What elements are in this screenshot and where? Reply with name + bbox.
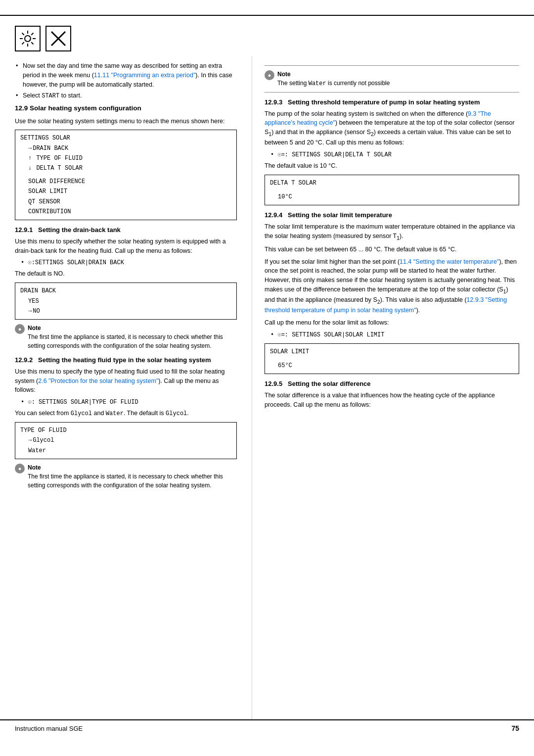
cross-symbol-icon xyxy=(49,30,67,47)
drain-back-menu-path: ☉:SETTINGS SOLAR|DRAIN BACK xyxy=(21,258,237,267)
page-number: 75 xyxy=(511,724,519,732)
note-box-1: ● Note The first time the appliance is s… xyxy=(15,324,237,350)
section-12-9-4-body1: The solar limit temperature is the maxim… xyxy=(265,222,519,242)
link-11-11[interactable]: 11.11 "Programming an extra period" xyxy=(94,72,196,79)
top-separator xyxy=(265,65,519,66)
section-12-9-5-title: 12.9.5 Setting the solar difference xyxy=(265,379,519,389)
section-12-9-1: 12.9.1 Setting the drain-back tank Use t… xyxy=(15,225,237,279)
note-content-1: Note The first time the appliance is sta… xyxy=(28,324,237,350)
solar-icon-box: ↕ ↕ xyxy=(15,26,41,51)
delta-t-default: The default value is 10 °C. xyxy=(265,161,519,171)
link-12-9-3[interactable]: 12.9.3 "Setting threshold temperature of… xyxy=(265,296,507,314)
section-12-9-4-body4: Call up the menu for the solar limit as … xyxy=(265,318,519,328)
menu-line-4: DELTA T SOLAR xyxy=(20,163,231,173)
section-12-9-2-body1: Use this menu to specify the type of hea… xyxy=(15,367,237,395)
solar-limit-menu-path: ☉=: SETTINGS SOLAR|SOLAR LIMIT xyxy=(270,331,519,339)
note-label-1: Note xyxy=(28,325,41,331)
section-12-9-body: Use the solar heating system settings me… xyxy=(15,117,237,126)
solar-limit-line-1: SOLAR LIMIT xyxy=(270,347,514,357)
note-content-2: Note The first time the appliance is sta… xyxy=(28,463,237,490)
link-9-3[interactable]: 9.3 "The appliance's heating cycle" xyxy=(265,110,491,127)
menu-line-3: TYPE OF FLUID xyxy=(20,153,231,163)
header-icons: ↕ ↕ xyxy=(0,21,534,56)
menu-line-7: QT SENSOR xyxy=(20,197,231,207)
section-12-9-5: 12.9.5 Setting the solar difference The … xyxy=(265,379,519,409)
fluid-line-3: Water xyxy=(20,446,231,456)
menu-line-6: SOLAR LIMIT xyxy=(20,187,231,196)
solar-symbol-icon: ↕ ↕ xyxy=(19,30,37,47)
drain-back-default: The default is NO. xyxy=(15,269,237,279)
intro-bullet-list: Now set the day and time the same way as… xyxy=(15,61,237,100)
section-12-9-3-title: 12.9.3 Setting threshold temperature of … xyxy=(265,97,519,107)
note-content-water: Note The setting Water is currently not … xyxy=(277,70,390,88)
section-12-9: 12.9 Solar heating system configuration … xyxy=(15,103,237,126)
note-icon-water: ● xyxy=(265,70,274,80)
section-12-9-4: 12.9.4 Setting the solar limit temperatu… xyxy=(265,210,519,339)
note-text-water: The setting Water is currently not possi… xyxy=(277,80,390,87)
delta-t-line-2: 10°C xyxy=(270,192,514,202)
note-icon-1: ● xyxy=(15,324,25,334)
svg-text:↕: ↕ xyxy=(29,38,31,41)
section-12-9-3-body1: The pump of the solar heating system is … xyxy=(265,109,519,147)
top-border xyxy=(0,15,534,16)
section-12-9-title: 12.9 Solar heating system configuration xyxy=(15,103,237,113)
section-12-9-1-body: Use this menu to specify whether the sol… xyxy=(15,237,237,256)
section-12-9-2-title: 12.9.2 Setting the heating fluid type in… xyxy=(15,355,237,365)
delta-t-menu-path: ☉=: SETTINGS SOLAR|DELTA T SOLAR xyxy=(270,150,519,159)
intro-bullet-1: Now set the day and time the same way as… xyxy=(15,61,237,89)
note-icon-2: ● xyxy=(15,464,25,473)
mid-separator-1 xyxy=(265,92,519,93)
solar-limit-menu-box: SOLAR LIMIT 65°C xyxy=(265,343,519,375)
page: ↕ ↕ Now set the day and time the same wa… xyxy=(0,0,534,756)
bottom-bar-label: Instruction manual SGE xyxy=(15,725,83,732)
section-12-9-5-body: The solar difference is a value that inf… xyxy=(265,391,519,410)
section-12-9-4-body3: If you set the solar limit higher than t… xyxy=(265,257,519,315)
svg-line-7 xyxy=(31,33,33,35)
note-box-water: ● Note The setting Water is currently no… xyxy=(265,70,519,88)
drain-back-line-3: NO xyxy=(20,306,231,316)
fluid-menu-box: TYPE OF FLUID Glycol Water xyxy=(15,422,237,459)
intro-bullet-2: Select START to start. xyxy=(15,91,237,100)
note-text-1: The first time the appliance is started,… xyxy=(28,333,223,349)
svg-text:↕: ↕ xyxy=(24,38,26,41)
section-12-9-4-body2: This value can be set between 65 ... 80 … xyxy=(265,245,519,254)
solar-limit-line-2: 65°C xyxy=(270,361,514,371)
section-12-9-2-body2: You can select from Glycol and Water. Th… xyxy=(15,409,237,418)
drain-back-line-2: YES xyxy=(20,296,231,306)
link-11-4[interactable]: 11.4 "Setting the water temperature" xyxy=(400,258,499,265)
fluid-line-2: Glycol xyxy=(20,435,231,445)
two-column-layout: Now set the day and time the same way as… xyxy=(0,56,534,719)
drain-back-menu-box: DRAIN BACK YES NO xyxy=(15,283,237,320)
cross-icon-box xyxy=(45,26,71,51)
svg-line-6 xyxy=(31,42,33,44)
fluid-line-1: TYPE OF FLUID xyxy=(20,425,231,435)
bottom-bar: Instruction manual SGE 75 xyxy=(0,719,534,736)
note-box-2: ● Note The first time the appliance is s… xyxy=(15,463,237,490)
section-12-9-4-title: 12.9.4 Setting the solar limit temperatu… xyxy=(265,210,519,220)
note-label-2: Note xyxy=(28,464,41,471)
section-12-9-2: 12.9.2 Setting the heating fluid type in… xyxy=(15,355,237,418)
menu-line-5: SOLAR DIFFERENCE xyxy=(20,177,231,187)
link-2-6[interactable]: 2.6 "Protection for the solar heating sy… xyxy=(38,378,158,384)
svg-line-5 xyxy=(22,33,24,35)
menu-line-2: DRAIN BACK xyxy=(20,143,231,153)
fluid-menu-path: ☉: SETTINGS SOLAR|TYPE OF FLUID xyxy=(21,398,237,407)
note-text-2: The first time the appliance is started,… xyxy=(28,473,223,489)
note-label-water: Note xyxy=(277,71,291,78)
svg-line-8 xyxy=(22,42,24,44)
menu-line-1: SETTINGS SOLAR xyxy=(20,133,231,143)
delta-t-line-1: DELTA T SOLAR xyxy=(270,178,514,188)
delta-t-menu-box: DELTA T SOLAR 10°C xyxy=(265,175,519,206)
section-12-9-3: 12.9.3 Setting threshold temperature of … xyxy=(265,97,519,171)
right-column: ● Note The setting Water is currently no… xyxy=(252,56,534,719)
drain-back-line-1: DRAIN BACK xyxy=(20,286,231,296)
left-column: Now set the day and time the same way as… xyxy=(0,56,252,719)
section-12-9-1-title: 12.9.1 Setting the drain-back tank xyxy=(15,225,237,235)
menu-line-8: CONTRIBUTION xyxy=(20,207,231,217)
main-menu-box: SETTINGS SOLAR DRAIN BACK TYPE OF FLUID … xyxy=(15,130,237,220)
